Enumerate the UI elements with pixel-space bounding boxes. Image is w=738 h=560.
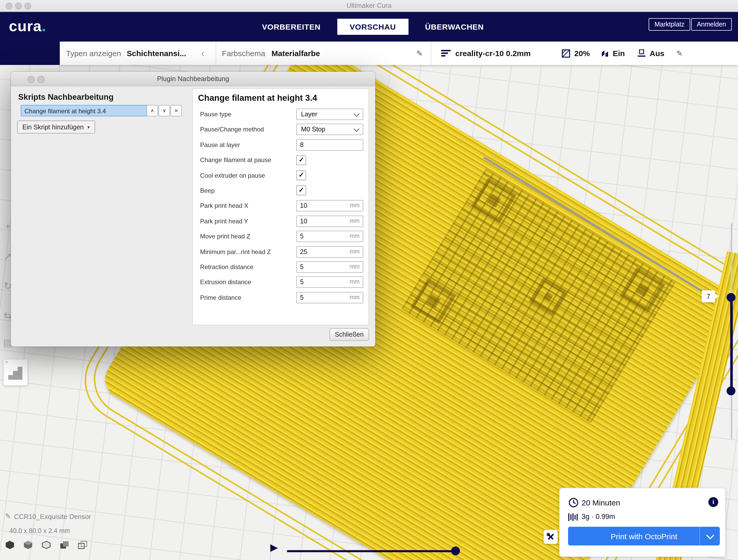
tab-vorbereiten[interactable]: VORBEREITEN <box>259 18 324 35</box>
edit-print-settings-pencil-icon[interactable]: ✎ <box>676 42 683 65</box>
unit-label: mm <box>350 263 360 269</box>
tab-überwachen[interactable]: ÜBERWACHEN <box>422 18 487 35</box>
prime-distance-label: Prime distance <box>200 294 297 301</box>
change-filament-at-pause-label: Change filament at pause <box>200 156 297 164</box>
signin-button[interactable]: Anmelden <box>691 18 732 31</box>
cura-application-window: Ultimaker Cura cura. VORBEREITENVORSCHAU… <box>0 0 738 560</box>
view-solid-icon[interactable] <box>5 541 15 551</box>
model-name[interactable]: CCR10_Exquisite Densor <box>14 513 91 521</box>
support-setting[interactable]: Ein <box>601 42 625 65</box>
field-row-minimum-park-print-head-z: Minimum par...rint head Zmm <box>193 246 368 257</box>
chevron-down-icon <box>706 531 714 539</box>
field-row-park-print-head-x: Park print head Xmm <box>193 200 368 212</box>
pause-at-layer-input[interactable] <box>297 139 363 151</box>
unit-label: mm <box>350 217 360 224</box>
qr-finder-square <box>529 277 567 316</box>
pause-type-value: Layer <box>301 111 318 118</box>
timeline-track[interactable] <box>287 550 456 552</box>
field-row-extrusion-distance: Extrusion distancemm <box>193 276 368 288</box>
material-usage-estimate: 3g · 0.99m <box>582 513 615 521</box>
adhesion-icon <box>638 49 646 57</box>
close-icon[interactable]: × <box>5 360 8 365</box>
color-scheme-value: Materialfarbe <box>272 49 320 58</box>
field-row-prime-distance: Prime distancemm <box>193 292 368 303</box>
layer-slider-top-handle[interactable] <box>727 293 735 302</box>
adjust-tools-card[interactable] <box>543 530 558 544</box>
adhesion-setting[interactable]: Aus <box>638 42 665 65</box>
view-right-icon[interactable] <box>78 541 87 551</box>
move-script-down-button[interactable]: ∨ <box>158 105 170 116</box>
layer-slider-range[interactable] <box>730 297 733 391</box>
field-row-move-print-head-z: Move print head Zmm <box>193 231 368 242</box>
pause-change-method-select[interactable]: M0 Stop <box>297 124 363 135</box>
field-row-pause-type: Pause typeLayer <box>193 109 368 120</box>
pause-change-method-label: Pause/Change method <box>200 126 297 133</box>
object-list-panel[interactable]: × <box>4 360 28 386</box>
extrusion-distance-label: Extrusion distance <box>200 279 297 286</box>
info-icon[interactable]: i <box>708 497 718 507</box>
clock-icon <box>569 498 579 508</box>
play-button[interactable]: ▶ <box>270 541 278 553</box>
field-row-pause-at-layer: Pause at layer <box>193 139 368 151</box>
view-left-icon[interactable] <box>60 541 69 551</box>
pause-type-select[interactable]: Layer <box>297 109 363 120</box>
material-usage-icon <box>568 513 579 521</box>
camera-view-presets <box>5 541 87 551</box>
dialog-close-button[interactable]: Schließen <box>330 328 369 341</box>
unit-label: mm <box>350 294 360 300</box>
change-filament-at-pause-checkbox[interactable]: ✓ <box>297 155 306 165</box>
field-row-pause-change-method: Pause/Change methodM0 Stop <box>193 124 368 135</box>
window-minimize-icon[interactable] <box>15 3 22 9</box>
view-type-dropdown[interactable]: Typen anzeigen Schichtenansi... ‹ <box>66 42 205 65</box>
view-type-label: Typen anzeigen <box>66 49 121 58</box>
beep-checkbox[interactable]: ✓ <box>297 186 306 195</box>
selected-script-item[interactable]: Change filament at height 3.4 <box>21 105 147 116</box>
support-icon <box>601 50 609 57</box>
park-print-head-y-label: Park print head Y <box>200 217 297 225</box>
printer-profile-value: creality-cr-10 0.2mm <box>455 49 530 58</box>
move-script-up-button[interactable]: ∧ <box>146 105 158 116</box>
cool-extruder-on-pause-checkbox[interactable]: ✓ <box>297 170 306 180</box>
qr-finder-square <box>471 178 516 223</box>
unit-label: mm <box>350 202 360 208</box>
timeline-handle[interactable] <box>451 547 460 555</box>
window-zoom-icon[interactable] <box>24 3 31 9</box>
color-scheme-label: Farbschema <box>222 49 265 58</box>
print-with-octoprint-button[interactable]: Print with OctoPrint <box>568 527 720 545</box>
infill-icon <box>562 49 570 57</box>
dialog-titlebar[interactable]: Plugin Nachbearbeitung <box>11 72 375 86</box>
pause-type-label: Pause type <box>200 111 297 118</box>
rename-model-pencil-icon[interactable]: ✎ <box>5 512 11 520</box>
edit-view-pencil-icon[interactable]: ✎ <box>416 42 423 65</box>
unit-label: mm <box>350 233 360 239</box>
layers-icon <box>441 50 451 57</box>
tab-vorschau[interactable]: VORSCHAU <box>337 18 408 35</box>
qr-code-pattern <box>401 168 676 423</box>
dialog-close-icon[interactable] <box>18 76 24 82</box>
infill-setting[interactable]: 20% <box>562 42 590 65</box>
dialog-title: Plugin Nachbearbeitung <box>11 72 375 86</box>
add-script-dropdown-button[interactable]: Ein Skript hinzufügen ▾ <box>17 120 95 133</box>
script-settings-heading: Change filament at height 3.4 <box>198 93 317 103</box>
layer-steps-icon <box>8 366 24 380</box>
retraction-distance-label: Retraction distance <box>200 263 297 270</box>
window-close-icon[interactable] <box>6 3 12 9</box>
dialog-form: Pause typeLayerPause/Change methodM0 Sto… <box>193 109 368 307</box>
print-summary-panel: 20 Minuten i 3g · 0.99m Print with OctoP… <box>559 488 726 557</box>
cool-extruder-on-pause-label: Cool extruder on pause <box>200 172 297 179</box>
view-front-icon[interactable] <box>23 541 33 551</box>
unit-label: mm <box>350 248 360 254</box>
field-row-retraction-distance: Retraction distancemm <box>193 261 368 273</box>
print-options-dropdown[interactable] <box>700 527 720 545</box>
remove-script-button[interactable]: × <box>170 105 182 116</box>
printer-settings-group[interactable]: creality-cr-10 0.2mm <box>441 42 530 65</box>
layer-slider-bottom-handle[interactable] <box>727 387 735 395</box>
color-scheme-dropdown[interactable]: Farbschema Materialfarbe <box>222 42 320 65</box>
qr-finder-square <box>411 278 456 324</box>
marketplace-button[interactable]: Marktplatz <box>649 18 690 31</box>
chevron-down-icon <box>354 126 360 132</box>
window-titlebar: Ultimaker Cura <box>0 0 738 12</box>
view-top-icon[interactable] <box>42 541 51 551</box>
dialog-minimize-icon <box>28 76 35 83</box>
collapse-chevron-icon[interactable]: ‹ <box>201 48 205 59</box>
